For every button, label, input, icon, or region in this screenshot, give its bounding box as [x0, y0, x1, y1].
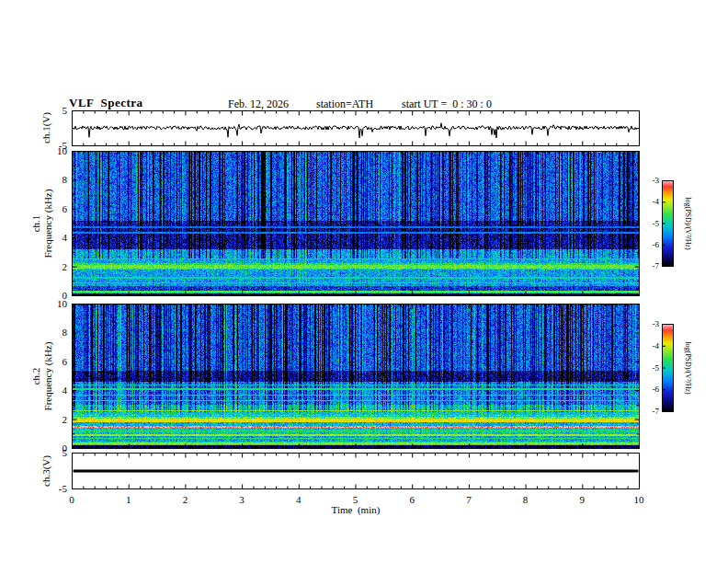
ch3-voltage-axis-label: ch.3(V): [40, 455, 52, 487]
header-station: station=ATH: [316, 98, 373, 111]
ch2-axis-label-line2: Frequency (kHz): [42, 342, 54, 411]
x-tick-label: 8: [523, 494, 529, 505]
colorbar-tick-label: -4: [653, 197, 660, 206]
x-tick-label: 10: [634, 494, 644, 505]
colorbar-tick-label: -7: [653, 407, 660, 416]
x-tick-label: 4: [296, 494, 301, 505]
voltage-tick-label: 5: [63, 105, 68, 116]
frequency-tick-label: 8: [63, 327, 68, 338]
colorbar-ch2-canvas: [662, 324, 674, 412]
colorbar-ch1-label: log(PSD)/(V²/Hz): [684, 197, 692, 250]
colorbar-tick-label: -4: [653, 341, 660, 350]
ch2-axis-label-line1: ch.2: [30, 342, 42, 411]
colorbar-tick-label: -5: [653, 219, 660, 228]
ch1-axis-label-line2: Frequency (kHz): [42, 190, 54, 259]
ch1-voltage-axis-label: ch.1(V): [40, 112, 52, 144]
ch1-waveform-canvas: [72, 110, 640, 146]
ch1-frequency-axis-label: ch.1 Frequency (kHz): [30, 190, 53, 259]
x-tick-label: 7: [466, 494, 472, 505]
ch3-waveform-canvas: [72, 453, 640, 489]
ch1-spectrogram-canvas: [72, 151, 640, 296]
colorbar-tick-label: -6: [653, 240, 660, 249]
header-date: Feb. 12, 2026: [228, 98, 289, 111]
x-tick-label: 5: [353, 494, 358, 505]
frequency-tick-label: 2: [63, 414, 68, 425]
figure: VLF Spectra Feb. 12, 2026 station=ATH st…: [0, 0, 728, 563]
frequency-tick-label: 10: [57, 298, 67, 309]
voltage-tick-label: -5: [59, 140, 67, 151]
header-start-ut: start UT = 0 : 30 : 0: [402, 98, 492, 111]
frequency-tick-label: 2: [63, 261, 68, 272]
colorbar-tick-label: -7: [653, 261, 660, 270]
x-axis-label: Time (min): [332, 504, 381, 515]
x-tick-label: 3: [239, 494, 245, 505]
ch2-frequency-axis-label: ch.2 Frequency (kHz): [30, 342, 53, 411]
frequency-tick-label: 6: [63, 203, 68, 214]
ch2-spectrogram-canvas: [72, 304, 640, 449]
ch1-axis-label-line1: ch.1: [30, 190, 42, 259]
voltage-tick-label: -5: [59, 483, 67, 494]
x-tick-label: 2: [183, 494, 188, 505]
voltage-tick-label: 5: [63, 447, 68, 458]
frequency-tick-label: 8: [63, 174, 68, 185]
colorbar-ch1-canvas: [662, 180, 674, 267]
frequency-tick-label: 4: [63, 232, 68, 243]
colorbar-ch2-label: log(PSD)/(V²/Hz): [684, 341, 692, 395]
chart-title: VLF Spectra: [69, 96, 143, 110]
x-tick-label: 1: [126, 494, 131, 505]
frequency-tick-label: 4: [63, 385, 68, 396]
frequency-tick-label: 6: [63, 356, 68, 367]
x-tick-label: 6: [409, 494, 415, 505]
colorbar-tick-label: -3: [653, 319, 660, 328]
x-tick-label: 0: [69, 494, 74, 505]
colorbar-tick-label: -6: [653, 385, 660, 394]
colorbar-tick-label: -5: [653, 363, 660, 373]
colorbar-tick-label: -3: [653, 176, 660, 185]
x-tick-label: 9: [580, 494, 586, 505]
